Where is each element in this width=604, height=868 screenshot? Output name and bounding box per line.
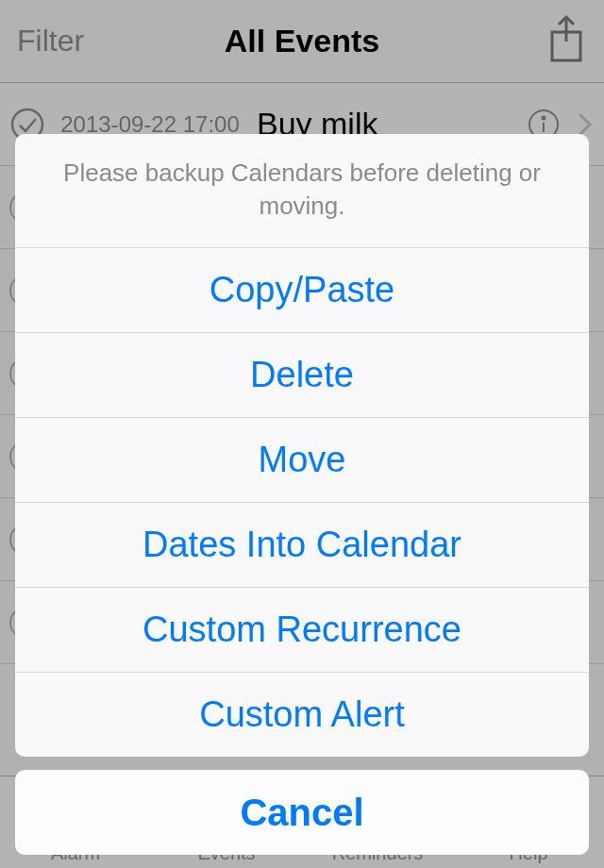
action-sheet-message: Please backup Calendars before deleting … <box>15 134 589 247</box>
action-label: Delete <box>250 355 354 395</box>
cancel-label: Cancel <box>240 792 363 834</box>
action-sheet-body: Please backup Calendars before deleting … <box>15 134 589 757</box>
action-label: Custom Alert <box>199 694 405 735</box>
action-custom-recurrence-button[interactable]: Custom Recurrence <box>15 587 589 672</box>
action-move-button[interactable]: Move <box>15 417 589 502</box>
action-label: Custom Recurrence <box>143 609 461 650</box>
action-delete-button[interactable]: Delete <box>15 332 589 417</box>
action-copy-paste-button[interactable]: Copy/Paste <box>15 247 589 332</box>
action-custom-alert-button[interactable]: Custom Alert <box>15 672 589 757</box>
action-label: Dates Into Calendar <box>143 525 461 565</box>
action-label: Move <box>259 440 346 480</box>
action-dates-into-calendar-button[interactable]: Dates Into Calendar <box>15 502 589 587</box>
cancel-button[interactable]: Cancel <box>15 770 589 855</box>
action-sheet: Please backup Calendars before deleting … <box>15 134 589 855</box>
action-label: Copy/Paste <box>210 270 394 310</box>
